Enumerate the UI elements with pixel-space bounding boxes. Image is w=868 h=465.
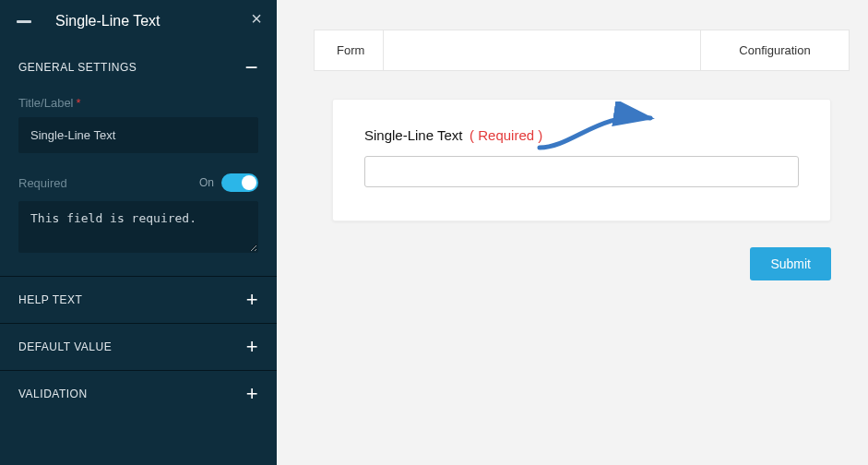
panel-header: Single-Line Text × [0, 0, 277, 44]
section-heading: HELP TEXT [18, 293, 82, 306]
field-preview-card: Single-Line Text ( Required ) [332, 99, 831, 221]
field-preview-input[interactable] [364, 156, 799, 187]
section-heading: DEFAULT VALUE [18, 340, 112, 353]
submit-button[interactable]: Submit [750, 247, 831, 280]
title-label-text: Title/Label [18, 96, 74, 110]
sidebar: Single-Line Text × GENERAL SETTINGS − Ti… [0, 0, 277, 465]
tab-bar: Form Configuration [314, 30, 850, 71]
required-asterisk-icon: * [77, 96, 81, 110]
title-label: Title/Label* [18, 96, 258, 110]
form-canvas: Single-Line Text ( Required ) Submit [332, 99, 831, 280]
section-general-settings-header[interactable]: GENERAL SETTINGS − [0, 44, 277, 90]
field-preview-label: Single-Line Text [364, 127, 462, 143]
required-message-input[interactable] [18, 201, 258, 253]
required-label: Required [18, 176, 67, 190]
section-help-text-header[interactable]: HELP TEXT + [0, 276, 277, 323]
required-toggle[interactable] [221, 173, 258, 192]
main-area: Form Configuration Single-Line Text ( Re… [277, 0, 868, 465]
tab-form[interactable]: Form [315, 30, 384, 70]
section-general-settings-body: Title/Label* Required On [0, 90, 277, 276]
section-default-value-header[interactable]: DEFAULT VALUE + [0, 323, 277, 370]
panel-title: Single-Line Text [55, 13, 161, 30]
field-preview-header: Single-Line Text ( Required ) [364, 127, 799, 143]
section-heading: VALIDATION [18, 388, 88, 400]
title-input[interactable] [18, 117, 258, 153]
section-validation-header[interactable]: VALIDATION + [0, 370, 277, 417]
toggle-state-text: On [199, 176, 214, 189]
toggle-knob-icon [242, 175, 256, 190]
tab-spacer [384, 30, 701, 70]
tab-configuration[interactable]: Configuration [701, 30, 849, 70]
section-heading: GENERAL SETTINGS [18, 61, 137, 74]
close-icon[interactable]: × [251, 9, 262, 28]
minimize-icon[interactable] [17, 20, 31, 23]
required-tag: ( Required ) [470, 127, 542, 143]
